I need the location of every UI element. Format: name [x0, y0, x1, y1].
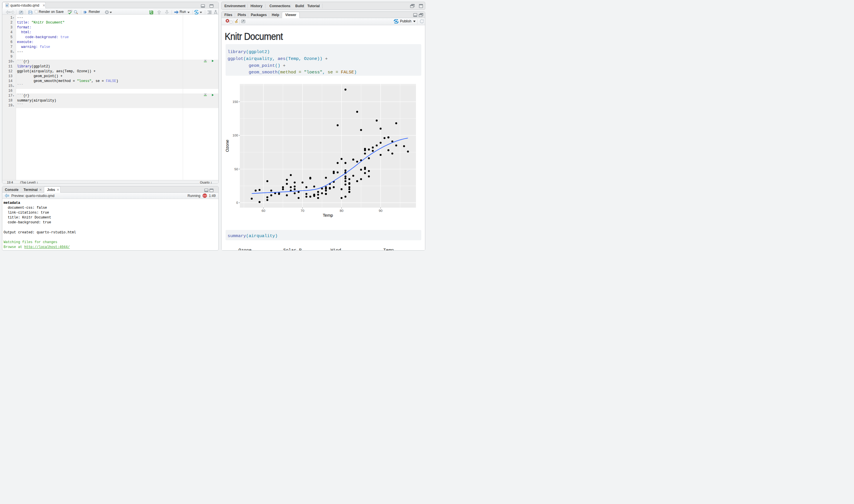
svg-text:90: 90	[379, 209, 383, 212]
svg-text:150: 150	[232, 100, 238, 103]
svg-text:50: 50	[234, 167, 239, 170]
svg-text:STOP: STOP	[203, 195, 206, 197]
svg-text:C: C	[150, 11, 152, 14]
svg-text:100: 100	[232, 133, 238, 137]
svg-text:Ozone: Ozone	[226, 140, 230, 152]
svg-text:80: 80	[340, 209, 344, 212]
svg-text:60: 60	[261, 209, 265, 212]
svg-text:70: 70	[301, 209, 305, 212]
svg-text:Temp: Temp	[323, 213, 333, 218]
svg-text:0: 0	[236, 201, 238, 204]
